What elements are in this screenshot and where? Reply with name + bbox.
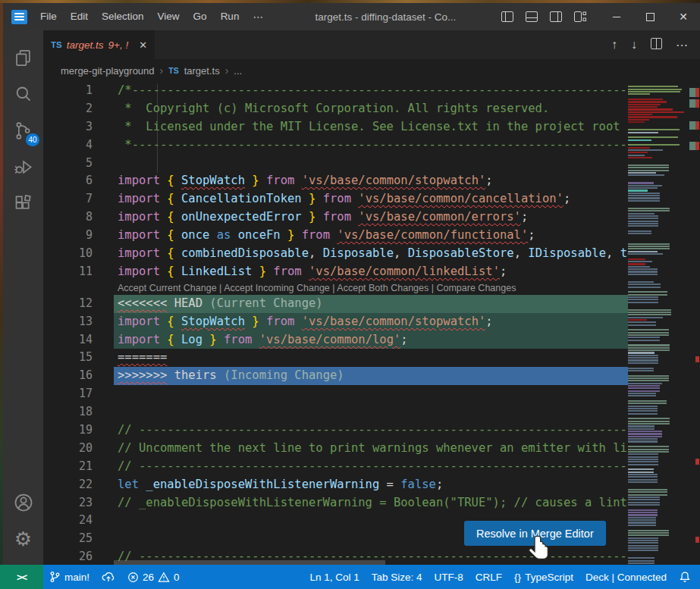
next-change-icon[interactable]: ↓: [631, 38, 637, 52]
line-number[interactable]: 5: [43, 155, 93, 173]
previous-change-icon[interactable]: ↑: [611, 38, 617, 52]
code-line-5[interactable]: 5: [43, 155, 628, 173]
split-editor-icon[interactable]: [651, 38, 662, 52]
maximize-button[interactable]: [633, 3, 667, 30]
code-line-2[interactable]: 2 * Copyright (c) Microsoft Corporation.…: [43, 100, 628, 118]
code-line-23[interactable]: 23// _enableDisposeWithListenerWarning =…: [43, 494, 628, 512]
eol-item[interactable]: CRLF: [469, 565, 508, 589]
menu-more[interactable]: ⋯: [246, 11, 270, 23]
menu-go[interactable]: Go: [187, 11, 214, 23]
search-icon[interactable]: [5, 76, 42, 112]
close-window-button[interactable]: ✕: [667, 3, 700, 30]
line-number[interactable]: 20: [43, 440, 93, 458]
problems-item[interactable]: 26 0: [121, 565, 186, 589]
breadcrumb-symbol[interactable]: ...: [234, 65, 242, 77]
minimap-line: [628, 484, 686, 485]
language-mode-item[interactable]: {} TypeScript: [508, 565, 579, 589]
notifications-item[interactable]: [673, 565, 700, 589]
branch-item[interactable]: main!: [43, 565, 96, 589]
breadcrumb-folder[interactable]: merge-git-playground: [61, 65, 155, 77]
account-icon[interactable]: [5, 484, 42, 521]
menu-view[interactable]: View: [151, 11, 187, 23]
cursor-position-item[interactable]: Ln 1, Col 1: [304, 565, 366, 589]
line-number[interactable]: 19: [43, 421, 93, 440]
code-line-13[interactable]: 13import { StopWatch } from 'vs/base/com…: [43, 313, 628, 331]
sync-changes-item[interactable]: [96, 565, 121, 589]
line-number[interactable]: 18: [43, 403, 93, 421]
code-line-7[interactable]: 7import { CancellationToken } from 'vs/b…: [43, 190, 628, 208]
line-number[interactable]: 3: [43, 118, 93, 136]
more-actions-icon[interactable]: ⋯: [676, 38, 688, 52]
line-number[interactable]: 13: [43, 313, 93, 331]
toggle-primary-sidebar-icon[interactable]: [501, 11, 513, 22]
menu-file[interactable]: File: [33, 11, 64, 23]
minimap-line: [628, 139, 651, 141]
menu-run[interactable]: Run: [214, 11, 246, 23]
line-number[interactable]: 15: [43, 349, 93, 367]
code-line-8[interactable]: 8import { onUnexpectedError } from 'vs/b…: [43, 208, 628, 227]
line-number[interactable]: 4: [43, 136, 93, 155]
line-number[interactable]: 8: [43, 208, 93, 227]
line-number[interactable]: 16: [43, 367, 93, 385]
line-number[interactable]: 22: [43, 476, 93, 494]
line-number[interactable]: 21: [43, 458, 93, 476]
line-number[interactable]: 23: [43, 494, 93, 512]
code-line-18[interactable]: 18: [43, 403, 628, 421]
code-line-9[interactable]: 9import { once as onceFn } from 'vs/base…: [43, 227, 628, 245]
code-line-22[interactable]: 22let _enableDisposeWithListenerWarning …: [43, 476, 628, 494]
line-number[interactable]: 26: [43, 548, 93, 565]
code-line-6[interactable]: 6import { StopWatch } from 'vs/base/comm…: [43, 172, 628, 190]
source-control-icon[interactable]: 40: [5, 112, 42, 149]
line-number[interactable]: 24: [43, 512, 93, 530]
extensions-icon[interactable]: [5, 185, 42, 221]
toggle-secondary-sidebar-icon[interactable]: [550, 11, 562, 22]
line-number[interactable]: 9: [43, 227, 93, 245]
line-number[interactable]: 10: [43, 245, 93, 263]
code-line-11[interactable]: 11import { LinkedList } from 'vs/base/co…: [43, 263, 628, 281]
line-number[interactable]: 12: [43, 295, 93, 313]
code-line-1[interactable]: 1/*-------------------------------------…: [43, 82, 628, 100]
customize-layout-icon[interactable]: [574, 11, 586, 22]
line-number[interactable]: 25: [43, 530, 93, 548]
indentation-item[interactable]: Tab Size: 4: [366, 565, 428, 589]
code-line-14[interactable]: 14import { Log } from 'vs/base/common/lo…: [43, 331, 628, 349]
remote-indicator[interactable]: ><: [0, 565, 43, 589]
codelens-compare-changes[interactable]: Compare Changes: [436, 283, 516, 293]
line-number[interactable]: 17: [43, 385, 93, 403]
codelens-accept-incoming-change[interactable]: Accept Incoming Change: [224, 283, 330, 293]
code-line-3[interactable]: 3 * Licensed under the MIT License. See …: [43, 118, 628, 136]
menu-edit[interactable]: Edit: [64, 11, 95, 23]
tab-target-ts[interactable]: TS target.ts 9+, ! ✕: [43, 30, 155, 59]
extension-status-item[interactable]: Deck | Connected: [579, 565, 673, 589]
code-line-20[interactable]: 20// Uncomment the next line to print wa…: [43, 440, 628, 458]
run-debug-icon[interactable]: [5, 149, 42, 185]
menu-selection[interactable]: Selection: [95, 11, 151, 23]
code-line-21[interactable]: 21// -----------------------------------…: [43, 458, 628, 476]
line-number[interactable]: 7: [43, 190, 93, 208]
vscode-logo-icon: [11, 10, 27, 24]
line-number[interactable]: 2: [43, 100, 93, 118]
code-line-12[interactable]: 12<<<<<<< HEAD (Current Change): [43, 295, 628, 313]
explorer-icon[interactable]: [5, 39, 42, 76]
codelens-accept-both-changes[interactable]: Accept Both Changes: [337, 283, 428, 293]
codelens-accept-current-change[interactable]: Accept Current Change: [118, 283, 217, 293]
tab-close-icon[interactable]: ✕: [139, 39, 147, 51]
encoding-item[interactable]: UTF-8: [428, 565, 469, 589]
minimap[interactable]: [628, 83, 686, 565]
settings-gear-icon[interactable]: ⚙: [5, 521, 42, 557]
warning-icon: [158, 572, 170, 583]
minimize-button[interactable]: ─: [600, 3, 633, 30]
line-number[interactable]: 11: [43, 263, 93, 281]
code-line-16[interactable]: 16>>>>>>> theirs (Incoming Change): [43, 367, 628, 385]
code-line-17[interactable]: 17: [43, 385, 628, 403]
code-line-4[interactable]: 4 *-------------------------------------…: [43, 136, 628, 155]
code-line-19[interactable]: 19// -----------------------------------…: [43, 421, 628, 440]
toggle-panel-icon[interactable]: [526, 11, 538, 22]
line-number[interactable]: 6: [43, 172, 93, 190]
line-number[interactable]: 14: [43, 331, 93, 349]
line-number[interactable]: 1: [43, 82, 93, 100]
code-line-10[interactable]: 10import { combinedDisposable, Disposabl…: [43, 245, 628, 263]
breadcrumb-file[interactable]: target.ts: [184, 65, 220, 77]
code-editor[interactable]: 1/*-------------------------------------…: [43, 82, 700, 565]
code-line-15[interactable]: 15=======: [43, 349, 628, 367]
